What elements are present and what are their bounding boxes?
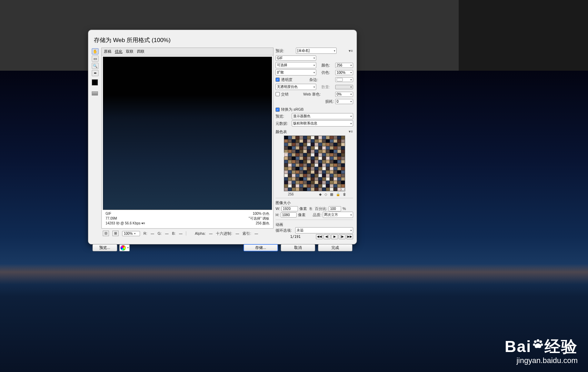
last-frame-button[interactable]: ▶▶ [346,234,353,239]
preset-menu-icon[interactable]: ▾≡ [348,49,353,53]
tab-4up[interactable]: 四联 [137,49,144,54]
loop-select[interactable]: 永远 [295,227,353,233]
preview-tabs: 原稿 优化 双联 四联 [101,48,273,56]
info-palette: "可选择" 调板 [249,216,269,221]
lossy-label: 损耗: [325,99,334,104]
websnap-select[interactable]: 0% [335,92,353,97]
interlaced-label: 交错 [281,92,289,97]
amount-field [335,85,353,89]
browser-icon [120,245,126,251]
preview-label: 预览: [276,114,284,119]
dither-label: 仿色: [321,70,330,75]
eyedropper-tool-icon[interactable]: ✒ [92,70,99,76]
matte-label: 杂边: [309,77,318,82]
link-dims-icon[interactable]: ⎘ [308,207,313,211]
interlaced-checkbox[interactable]: ✓ [276,92,280,96]
trans-dither-select[interactable]: 无透明度仿色 [276,84,316,90]
animation-label: 动画 [276,221,353,227]
settings-panel: 预设: [未命名] ▾≡ GIF 可选择 颜色: 256 扩散 仿色: 100%… [276,48,353,239]
colors-label: 颜色: [321,63,330,68]
zoom-tool-icon[interactable]: 🔍 [92,63,99,69]
prev-frame-button[interactable]: ◀| [323,234,330,239]
dialog-footer: 预览... 存储... 取消 完成 [88,243,357,254]
horizon-glow [0,264,588,284]
colors-select[interactable]: 256 [335,63,353,68]
colortable-footer: 256 ◆ ◇ ▦ 🔒 🗑 [276,191,353,196]
svg-point-1 [537,339,539,342]
websnap-label: Web 靠色: [303,92,321,97]
preset-label: 预设: [276,48,284,53]
zoom-select[interactable]: 100% [122,231,140,236]
metadata-select[interactable]: 版权和联系信息 [292,120,353,127]
height-field[interactable]: 1080 [281,212,297,218]
done-button[interactable]: 完成 [318,244,352,251]
eyedropper-color-swatch[interactable] [92,79,98,86]
dither-amount-select[interactable]: 100% [335,70,353,75]
zoom-out-button[interactable]: ⊟ [103,231,109,236]
loop-label: 循环选项: [276,228,292,233]
frame-counter: 1/191 [276,235,315,239]
ct-icon-2[interactable]: ◇ [325,192,327,196]
info-colors: 256 颜色 [249,221,269,226]
colortable-label: 颜色表 [276,128,287,134]
ct-icon-3[interactable]: ▦ [330,192,333,196]
browser-preview-select[interactable] [119,244,130,251]
preview-profile-select[interactable]: 显示器颜色 [292,113,353,119]
preview-button[interactable]: 预览... [92,244,117,251]
tab-optimized[interactable]: 优化 [115,49,122,54]
lossy-select[interactable]: 0 [335,99,353,104]
dialog-title: 存储为 Web 所用格式 (100%) [88,30,357,48]
slice-tool-icon[interactable]: ▭ [92,56,99,62]
ct-lock-icon[interactable]: 🔒 [336,192,340,196]
ct-icon-1[interactable]: ◆ [319,192,322,196]
tool-column: ✋ ▭ 🔍 ✒ [92,48,99,239]
save-button[interactable]: 存储... [243,244,278,251]
imagesize-label: 图像大小 [276,199,353,205]
hand-tool-icon[interactable]: ✋ [92,48,99,54]
info-dither: 100% 仿色 [249,211,269,216]
canvas-frame: GIF 77.09M 14283 秒 @ 56.6 Kbps ▾≡ 100% 仿… [101,56,273,229]
transparency-checkbox[interactable]: ✓ [276,78,280,82]
amount-label: 数量: [321,84,330,90]
preview-canvas[interactable] [103,57,272,210]
quality-select[interactable]: 两次立方 [323,212,353,218]
srgb-checkbox[interactable]: ✓ [276,108,280,112]
preset-select[interactable]: [未命名] [296,48,337,54]
toggle-slices-icon[interactable] [92,91,98,95]
preview-info: GIF 77.09M 14283 秒 @ 56.6 Kbps ▾≡ 100% 仿… [103,210,272,227]
watermark-brand: Bai [505,338,531,355]
save-for-web-dialog: 存储为 Web 所用格式 (100%) ✋ ▭ 🔍 ✒ 原稿 优化 双联 四联 [88,30,357,244]
paw-icon [531,336,545,355]
format-select[interactable]: GIF [276,56,316,61]
tab-original[interactable]: 原稿 [104,49,111,54]
next-frame-button[interactable]: |▶ [339,234,346,239]
matte-select[interactable] [335,77,353,82]
status-bar: ⊟ ⊞ 100% R:— G:— B:— Alpha:— 十六进制:— 索引:— [101,229,273,238]
ct-trash-icon[interactable]: 🗑 [343,192,346,196]
svg-point-0 [534,340,537,343]
colortable-menu-icon[interactable]: ▾≡ [348,129,353,134]
info-download-time[interactable]: 14283 秒 @ 56.6 Kbps ▾≡ [106,221,145,226]
play-button[interactable]: ▶ [331,234,338,239]
transparency-label: 透明度 [281,77,292,82]
watermark-brand2: 经验 [545,338,578,355]
tab-2up[interactable]: 双联 [126,49,133,54]
reduction-select[interactable]: 可选择 [276,62,316,68]
first-frame-button[interactable]: ◀◀ [316,234,323,239]
preview-column: 原稿 优化 双联 四联 GIF 77.09M 14283 秒 @ 56.6 Kb… [101,48,273,239]
info-filesize: 77.09M [106,216,145,221]
color-table-grid[interactable] [284,135,345,191]
watermark: Bai 经验 jingyan.baidu.com [505,336,578,365]
info-format: GIF [106,211,145,216]
width-field[interactable]: 1920 [281,206,298,211]
cancel-button[interactable]: 取消 [281,244,315,251]
percent-field[interactable]: 100 [329,206,341,211]
svg-point-2 [539,340,542,343]
srgb-label: 转换为 sRGB [281,107,303,112]
metadata-label: 元数据: [276,121,288,126]
dither-method-select[interactable]: 扩散 [276,69,316,76]
colortable-count: 256 [288,192,294,196]
zoom-in-button[interactable]: ⊞ [112,231,119,236]
